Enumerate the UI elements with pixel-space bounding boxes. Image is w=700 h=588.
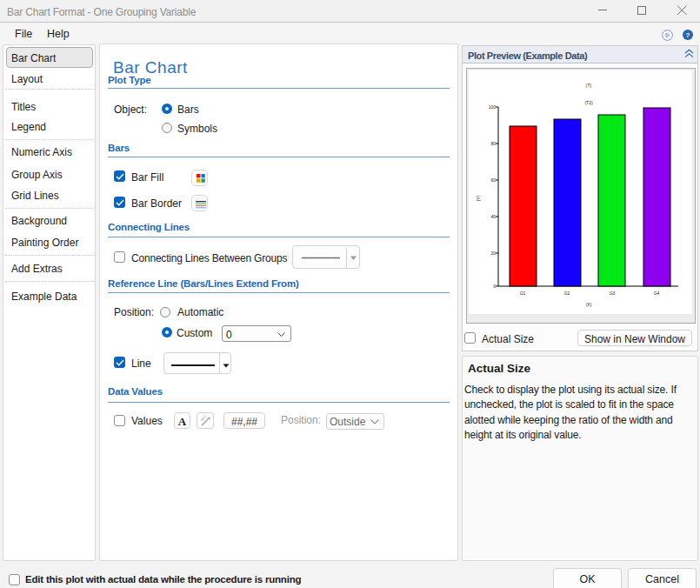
svg-text:20: 20: [490, 251, 496, 256]
svg-text:80: 80: [490, 141, 496, 146]
svg-text:G3: G3: [610, 291, 616, 296]
svg-text:(Y): (Y): [476, 195, 481, 201]
svg-text:60: 60: [490, 177, 496, 183]
svg-text:(T2): (T2): [584, 100, 593, 105]
svg-text:G1: G1: [520, 291, 526, 296]
svg-text:(T): (T): [586, 83, 592, 88]
svg-text:?: ?: [686, 31, 690, 39]
svg-text:G4: G4: [654, 291, 660, 296]
svg-text:40: 40: [490, 214, 496, 219]
svg-text:(X): (X): [586, 302, 592, 307]
svg-text:G2: G2: [564, 291, 570, 296]
svg-text:0: 0: [493, 284, 496, 289]
svg-text:100: 100: [489, 104, 497, 110]
